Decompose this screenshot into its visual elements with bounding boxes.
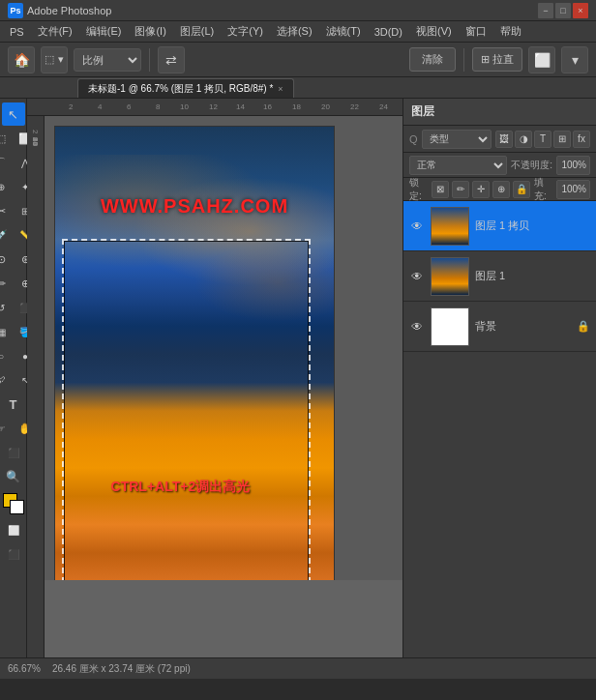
filter-fx-button[interactable]: fx: [573, 131, 590, 148]
spot-heal-tool[interactable]: ⊙: [0, 248, 13, 271]
more-options-button[interactable]: ▾: [561, 46, 588, 73]
clear-button[interactable]: 清除: [409, 47, 456, 72]
ruler-mark-18: 18: [292, 102, 301, 111]
fill-input[interactable]: [556, 180, 590, 199]
canvas-area: 2 4 6 8 10 12 14 16 18 20 22 24 2 4 6 8 …: [27, 99, 402, 657]
layer-visibility-background[interactable]: 👁: [409, 319, 425, 335]
menu-help[interactable]: 帮助: [494, 22, 527, 41]
app-title: Adobe Photoshop: [27, 5, 538, 16]
ratio-select[interactable]: 比例: [74, 48, 141, 72]
layer-visibility-1[interactable]: 👁: [409, 269, 425, 284]
lock-artboard-button[interactable]: ⊕: [492, 181, 510, 198]
zoom-tool[interactable]: 🔍: [2, 465, 25, 488]
layer-visibility-copy[interactable]: 👁: [409, 219, 425, 234]
rect-marquee-tool[interactable]: ⬚: [0, 127, 13, 150]
ruler-mark-16: 16: [263, 102, 272, 111]
menu-file[interactable]: 文件(F): [32, 22, 78, 41]
ruler-mark-10: 10: [180, 102, 189, 111]
menu-filter[interactable]: 滤镜(T): [320, 22, 367, 41]
canvas-shadow: [45, 580, 402, 657]
ruler-mark-2: 2: [69, 102, 73, 111]
zoom-level: 66.67%: [8, 663, 41, 674]
menu-3d[interactable]: 3D(D): [369, 24, 408, 40]
crop-options-button[interactable]: ⬚ ▾: [41, 46, 68, 73]
tab-close-icon[interactable]: ×: [278, 84, 283, 94]
minimize-button[interactable]: −: [538, 3, 553, 18]
shape-tool[interactable]: ⬛: [2, 441, 25, 464]
ruler-mark-20: 20: [321, 102, 330, 111]
lock-transparent-button[interactable]: ⊠: [432, 181, 449, 198]
history-brush-tool[interactable]: ↺: [0, 296, 13, 319]
filter-adjust-button[interactable]: ◑: [515, 131, 532, 148]
home-button[interactable]: 🏠: [8, 46, 35, 73]
app-icon: Ps: [8, 3, 23, 18]
crop-tool[interactable]: ✂: [0, 199, 13, 222]
rotate-button[interactable]: ⇄: [158, 46, 185, 73]
layers-list: 👁 图层 1 拷贝 👁 图层 1 👁 背景 🔒: [403, 201, 596, 657]
filter-type-select[interactable]: 类型: [422, 130, 492, 149]
pull-button[interactable]: ⊞ 拉直: [472, 47, 522, 72]
ruler-mark-8: 8: [156, 102, 160, 111]
straighten-icon: ⊞: [481, 53, 490, 66]
lock-label: 锁定:: [409, 176, 428, 203]
opacity-input[interactable]: [556, 156, 590, 175]
ruler-left-20: 20: [31, 137, 40, 146]
path-select-tool[interactable]: ☞: [0, 417, 13, 440]
filter-icon-group: 🖼 ◑ T ⊞ fx: [495, 131, 590, 148]
menu-window[interactable]: 窗口: [460, 22, 492, 41]
menu-ps[interactable]: PS: [4, 24, 30, 40]
ruler-mark-6: 6: [127, 102, 131, 111]
layer-name-copy: 图层 1 拷贝: [475, 219, 529, 233]
background-color[interactable]: [10, 500, 24, 514]
document-tab[interactable]: 未标题-1 @ 66.7% (图层 1 拷贝, RGB/8#) * ×: [77, 78, 294, 98]
ruler-mark-24: 24: [379, 102, 388, 111]
filter-shape-button[interactable]: ⊞: [553, 131, 571, 148]
quick-mask-button[interactable]: ⬜: [2, 518, 25, 541]
blend-mode-select[interactable]: 正常: [409, 156, 507, 175]
maximize-button[interactable]: □: [555, 3, 571, 18]
ruler-left-2: 2: [31, 130, 40, 133]
layer-row-copy[interactable]: 👁 图层 1 拷贝: [403, 201, 596, 251]
close-button[interactable]: ×: [573, 3, 588, 18]
layers-blend-row: 正常 不透明度:: [403, 153, 596, 178]
clouds-overlay: [55, 155, 334, 411]
filter-text-button[interactable]: T: [534, 131, 551, 148]
separator2: [463, 48, 464, 72]
layers-lock-row: 锁定: ⊠ ✏ ✛ ⊕ 🔒 填充:: [403, 178, 596, 201]
tab-label: 未标题-1 @ 66.7% (图层 1 拷贝, RGB/8#) *: [88, 82, 273, 96]
pen-tool[interactable]: 🖊: [0, 368, 13, 392]
fill-label: 填充:: [534, 176, 552, 203]
menu-layer[interactable]: 图层(L): [174, 22, 220, 41]
menu-text[interactable]: 文字(Y): [222, 22, 269, 41]
lasso-tool[interactable]: ⌒: [0, 151, 13, 174]
canvas-image: WWW.PSAHZ.COM CTRL+ALT+2调出高光: [55, 127, 334, 657]
quick-select-tool[interactable]: ⊕: [0, 175, 13, 198]
menu-edit[interactable]: 编辑(E): [80, 22, 128, 41]
grid-button[interactable]: ⬜: [528, 46, 555, 73]
layer-row-1[interactable]: 👁 图层 1: [403, 251, 596, 302]
layer-row-background[interactable]: 👁 背景 🔒: [403, 302, 596, 352]
lock-all-button[interactable]: 🔒: [513, 181, 530, 198]
brush-tool[interactable]: ✏: [0, 272, 13, 295]
menu-image[interactable]: 图像(I): [129, 22, 171, 41]
menu-view[interactable]: 视图(V): [410, 22, 458, 41]
text-tool[interactable]: T: [2, 393, 25, 416]
color-swatches: [3, 493, 24, 514]
statusbar: 66.67% 26.46 厘米 x 23.74 厘米 (72 ppi): [0, 657, 596, 679]
eyedropper-tool[interactable]: 💉: [0, 223, 13, 247]
image-instruction-text: CTRL+ALT+2调出高光: [111, 479, 251, 496]
ruler-left: 2 4 6 8 10 12 14 16 18 20: [27, 116, 45, 657]
lock-icon-group: ⊠ ✏ ✛ ⊕ 🔒: [432, 181, 530, 198]
screen-mode-button[interactable]: ⬛: [2, 542, 25, 566]
move-tool[interactable]: ↖: [2, 102, 25, 126]
menubar: PS 文件(F) 编辑(E) 图像(I) 图层(L) 文字(Y) 选择(S) 滤…: [0, 21, 596, 43]
menu-select[interactable]: 选择(S): [271, 22, 318, 41]
layer-thumb-1: [431, 257, 469, 296]
lock-position-button[interactable]: ✛: [472, 181, 490, 198]
lock-pixels-button[interactable]: ✏: [452, 181, 469, 198]
window-controls: − □ ×: [538, 3, 588, 18]
dodge-tool[interactable]: ○: [0, 344, 13, 367]
gradient-tool[interactable]: ▦: [0, 320, 13, 343]
filter-pixel-button[interactable]: 🖼: [495, 131, 513, 148]
ruler-mark-12: 12: [209, 102, 218, 111]
